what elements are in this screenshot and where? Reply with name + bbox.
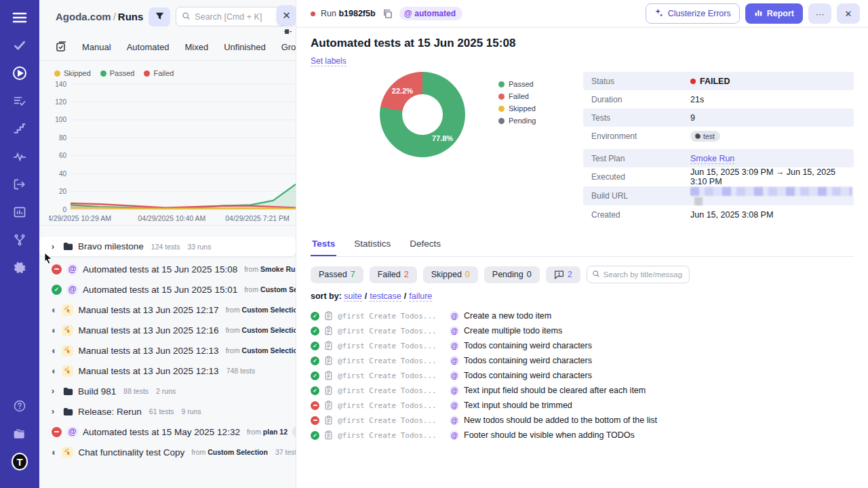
build-url-redacted[interactable] [690, 187, 852, 196]
run-row[interactable]: ◐Manual tests at 13 Jun 2025 12:17from C… [39, 300, 296, 320]
breadcrumb-project[interactable]: Agoda.com [56, 11, 111, 22]
svg-text:60: 60 [59, 152, 67, 159]
import-icon[interactable] [12, 176, 28, 192]
run-row[interactable]: @Automated tests at 15 Jun 2025 15:01fro… [39, 279, 296, 300]
test-plan-link[interactable]: Smoke Run [690, 154, 734, 164]
close-run-button[interactable]: ✕ [837, 3, 860, 24]
select-runs-icon[interactable] [56, 41, 66, 52]
menu-icon[interactable] [12, 9, 28, 26]
sort-option-failure[interactable]: failure [409, 291, 432, 302]
run-row[interactable]: ◐Manual tests at 13 Jun 2025 12:13748 te… [39, 361, 296, 381]
test-row[interactable]: @first Create Todos...@Todos containing … [311, 368, 854, 383]
filter-comments[interactable]: 2 [546, 266, 580, 283]
runs-search-input[interactable] [195, 12, 280, 22]
projects-folder-icon[interactable] [12, 426, 28, 442]
set-labels-link[interactable]: Set labels [311, 56, 347, 66]
help-icon[interactable] [12, 398, 28, 414]
run-row[interactable]: @Automated tests at 15 Jun 2025 15:08fro… [39, 259, 296, 279]
runs-tab-groups[interactable]: Groups [281, 42, 296, 52]
settings-gear-icon[interactable] [12, 260, 28, 276]
donut-legend-skipped[interactable]: Skipped [498, 104, 536, 113]
branches-icon[interactable] [12, 232, 28, 248]
tab-statistics[interactable]: Statistics [353, 235, 392, 256]
run-title: Chat functinality test Copy [78, 447, 184, 458]
breadcrumb: Agoda.com/Runs [56, 11, 143, 22]
milestones-steps-icon[interactable] [12, 121, 28, 137]
run-source: from plan 12 [247, 428, 288, 436]
run-row[interactable]: @Automated tests at 15 May 2025 12:32fro… [39, 422, 296, 442]
test-suite: @first Create Todos... [338, 401, 445, 410]
breadcrumb-page: Runs [118, 11, 144, 22]
panel-close-button[interactable]: ✕ [277, 5, 296, 25]
donut-legend-pending[interactable]: Pending [498, 117, 536, 125]
testomat-logo[interactable]: T [12, 453, 28, 470]
passed-status-icon [311, 342, 319, 350]
test-row[interactable]: @first Create Todos...@Text input field … [311, 383, 854, 398]
runs-tab-automated[interactable]: Automated [127, 42, 170, 52]
run-source: from Smoke Run [244, 265, 296, 273]
sort-by-label: sort by: [311, 291, 344, 301]
legend-item-failed[interactable]: Failed [144, 69, 174, 77]
copy-run-id-button[interactable] [381, 7, 394, 20]
pin-icon[interactable] [283, 26, 292, 38]
tab-tests[interactable]: Tests [311, 235, 336, 256]
test-row[interactable]: @first Create Todos...@Text input should… [311, 398, 854, 413]
chevron-right-icon[interactable]: › [52, 386, 58, 396]
test-title: Todos containing weird characters [464, 356, 592, 365]
test-row[interactable]: @first Create Todos...@Todos containing … [311, 353, 854, 368]
run-row[interactable]: ◐Manual tests at 13 Jun 2025 12:16from C… [39, 320, 296, 340]
environment-badge[interactable]: test [690, 131, 720, 142]
run-group-row[interactable]: ›Build 98188 tests2 runs [39, 381, 296, 401]
filter-failed[interactable]: Failed2 [370, 266, 417, 283]
run-row[interactable]: ◐Manual tests at 13 Jun 2025 12:13from C… [39, 340, 296, 361]
runs-search[interactable] [176, 7, 286, 26]
chevron-right-icon[interactable]: › [52, 407, 58, 416]
tests-search[interactable] [587, 266, 690, 283]
test-plans-icon[interactable] [12, 93, 28, 109]
run-source: from Custom Selection [226, 326, 296, 334]
test-row[interactable]: @first Create Todos...@Create multiple t… [311, 323, 854, 338]
folder-icon [63, 387, 73, 396]
partial-status-icon: ◐ [52, 346, 57, 355]
partial-status-icon: ◐ [52, 325, 57, 335]
runs-tab-mixed[interactable]: Mixed [185, 42, 209, 52]
run-group-row[interactable]: ›Release: Rerun61 tests9 runs [39, 401, 296, 422]
tab-defects[interactable]: Defects [408, 235, 442, 256]
failed-status-icon [52, 427, 62, 437]
legend-item-passed[interactable]: Passed [100, 69, 135, 77]
tests-search-input[interactable] [604, 270, 684, 279]
run-source: from Custom Selection [226, 346, 296, 354]
test-row[interactable]: @first Create Todos...@Footer should be … [311, 428, 854, 443]
run-group-row[interactable]: ›Bravo milestone124 tests33 runs [39, 237, 296, 256]
sort-option-suite[interactable]: suite [344, 291, 361, 302]
tests-list: @first Create Todos...@Create a new todo… [311, 308, 854, 443]
analytics-pulse-icon[interactable] [12, 148, 28, 165]
test-row[interactable]: @first Create Todos...@New todos should … [311, 413, 854, 428]
run-row[interactable]: ◐Chat functinality test Copyfrom Custom … [39, 442, 296, 462]
filter-button[interactable] [149, 7, 170, 26]
runs-tab-manual[interactable]: Manual [82, 42, 111, 52]
test-row[interactable]: @first Create Todos...@Create a new todo… [311, 308, 854, 323]
donut-legend-failed[interactable]: Failed [498, 92, 536, 100]
run-tag-automated[interactable]: @automated [399, 7, 462, 20]
trend-chart-legend: SkippedPassedFailed [49, 68, 296, 80]
legend-item-skipped[interactable]: Skipped [54, 69, 91, 77]
more-actions-button[interactable]: ··· [808, 3, 831, 24]
reports-chart-icon[interactable] [12, 204, 28, 220]
automated-test-icon: @ [450, 430, 459, 440]
runs-play-icon[interactable] [12, 65, 28, 81]
runs-tab-unfinished[interactable]: Unfinished [224, 42, 265, 52]
filter-passed[interactable]: Passed7 [311, 266, 363, 283]
donut-legend-passed[interactable]: Passed [498, 80, 536, 88]
svg-text:0: 0 [62, 206, 66, 214]
svg-text:04/29/2025 10:40 AM: 04/29/2025 10:40 AM [138, 214, 205, 222]
filter-pending[interactable]: Pending0 [484, 266, 540, 283]
clusterize-errors-button[interactable]: Clusterize Errors [646, 3, 740, 24]
filter-skipped[interactable]: Skipped0 [423, 266, 478, 283]
clipboard-icon [324, 371, 333, 380]
report-button[interactable]: Report [745, 3, 803, 24]
test-row[interactable]: @first Create Todos...@Todos containing … [311, 338, 854, 353]
chevron-right-icon[interactable]: › [52, 242, 58, 251]
sort-option-testcase[interactable]: testcase [370, 291, 401, 302]
tests-check-icon[interactable] [12, 37, 28, 54]
